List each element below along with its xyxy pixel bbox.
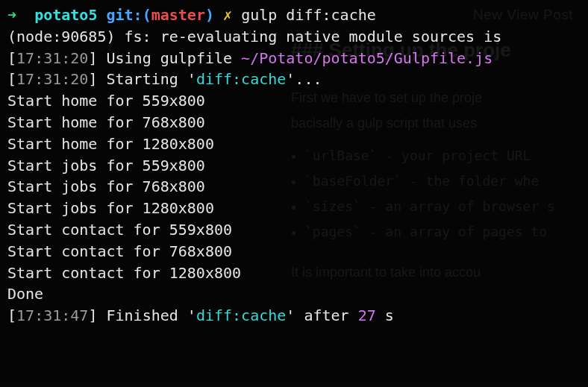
prompt-git-label: git:(	[106, 6, 151, 24]
timestamp: 17:31:47	[16, 306, 88, 324]
duration-unit: s	[376, 306, 394, 324]
run-line: Start contact for 1280x800	[7, 264, 241, 282]
task-name: diff:cache	[196, 70, 286, 88]
prompt-branch: master	[151, 6, 205, 24]
prompt-dir: potato5	[34, 6, 97, 24]
duration-value: 27	[358, 306, 376, 324]
gulp-starting-line: [17:31:20] Starting 'diff:cache'...	[7, 70, 322, 88]
task-name: diff:cache	[196, 306, 286, 324]
gulp-using-line: [17:31:20] Using gulpfile ~/Potato/potat…	[7, 49, 492, 67]
gulp-finished-line: [17:31:47] Finished 'diff:cache' after 2…	[7, 306, 394, 324]
run-line: Start jobs for 1280x800	[7, 199, 214, 217]
terminal-output[interactable]: ➜ potato5 git:(master) ✗ gulp diff:cache…	[0, 0, 588, 387]
timestamp: 17:31:20	[16, 49, 88, 67]
run-line: Start home for 768x800	[7, 113, 205, 131]
run-line: Start contact for 768x800	[7, 242, 232, 260]
run-line: Start home for 559x800	[7, 92, 205, 110]
dirty-icon: ✗	[223, 6, 232, 24]
node-warning: (node:90685) fs: re-evaluating native mo…	[7, 28, 510, 45]
prompt-command: gulp diff:cache	[241, 6, 376, 24]
prompt-line: ➜ potato5 git:(master) ✗ gulp diff:cache	[7, 6, 376, 24]
run-line: Start contact for 559x800	[7, 221, 232, 239]
prompt-git-close: )	[205, 6, 214, 24]
done-line: Done	[7, 285, 43, 303]
run-line: Start jobs for 559x800	[7, 157, 205, 174]
run-line: Start home for 1280x800	[7, 135, 214, 153]
run-line: Start jobs for 768x800	[7, 177, 205, 195]
gulpfile-path: ~/Potato/potato5/Gulpfile.js	[241, 49, 492, 67]
timestamp: 17:31:20	[16, 70, 88, 88]
arrow-icon: ➜	[7, 6, 16, 24]
